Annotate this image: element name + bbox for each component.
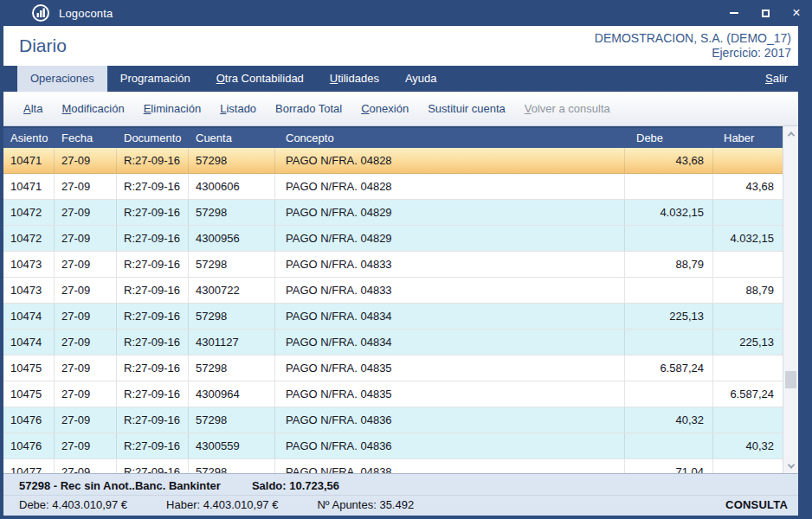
- mode-indicator: CONSULTA: [725, 498, 788, 511]
- exercise-label: Ejercicio: 2017: [712, 46, 791, 60]
- tab-otra-contabilidad[interactable]: Otra Contabilidad: [203, 66, 317, 92]
- tab-utilidades[interactable]: Utilidades: [317, 66, 392, 92]
- cell-debe: [625, 433, 713, 458]
- menu-salir[interactable]: Salir: [765, 66, 798, 92]
- page-title: Diario: [19, 35, 67, 56]
- cell-cuenta: 4300956: [189, 226, 275, 251]
- column-header-haber: Haber: [713, 128, 783, 148]
- table-row[interactable]: 1047527-09R:27-09-164300964PAGO N/FRA. 0…: [3, 381, 783, 407]
- cell-fecha: 27-09: [55, 304, 117, 329]
- minimize-icon[interactable]: [719, 0, 750, 26]
- cell-haber: [713, 459, 783, 473]
- close-icon[interactable]: ×: [781, 0, 812, 26]
- cell-cuenta: 4300559: [189, 433, 275, 458]
- total-haber: Haber: 4.403.010,97 €: [166, 498, 278, 511]
- cell-concepto: PAGO N/FRA. 04829: [275, 200, 625, 225]
- main-panel: Diario DEMOSTRACION, S.A. (DEMO_17) Ejer…: [3, 26, 798, 516]
- cell-documento: R:27-09-16: [117, 174, 189, 199]
- cell-debe: 43,68: [625, 148, 713, 173]
- cell-haber: [713, 200, 783, 225]
- table-row[interactable]: 1047627-09R:27-09-164300559PAGO N/FRA. 0…: [3, 433, 783, 459]
- cell-asiento: 10476: [3, 407, 55, 432]
- cell-concepto: PAGO N/FRA. 04838: [275, 459, 625, 473]
- cell-fecha: 27-09: [55, 433, 117, 458]
- scrollbar-thumb[interactable]: [785, 371, 796, 388]
- table-row[interactable]: 1047327-09R:27-09-164300722PAGO N/FRA. 0…: [3, 278, 783, 304]
- cell-asiento: 10472: [3, 200, 55, 225]
- cell-fecha: 27-09: [55, 174, 117, 199]
- column-header-asiento: Asiento: [3, 128, 55, 148]
- toolbar-item-sustituir-cuenta[interactable]: Sustituir cuenta: [418, 102, 515, 115]
- cell-documento: R:27-09-16: [117, 304, 189, 329]
- company-info: DEMOSTRACION, S.A. (DEMO_17) Ejercicio: …: [595, 31, 791, 61]
- total-debe: Debe: 4.403.010,97 €: [19, 498, 127, 511]
- column-header-debe: Debe: [625, 128, 713, 148]
- apuntes-count: Nº Apuntes: 35.492: [317, 498, 414, 511]
- cell-asiento: 10473: [3, 278, 55, 303]
- table-row[interactable]: 1047527-09R:27-09-1657298PAGO N/FRA. 048…: [3, 356, 783, 381]
- cell-asiento: 10477: [3, 459, 55, 473]
- cell-debe: [625, 381, 713, 407]
- account-saldo: Saldo: 10.723,56: [252, 479, 339, 492]
- toolbar-item-conexion[interactable]: Conexión: [351, 102, 418, 115]
- table-row[interactable]: 1047327-09R:27-09-1657298PAGO N/FRA. 048…: [3, 252, 783, 278]
- cell-asiento: 10474: [3, 330, 55, 355]
- cell-debe: 225,13: [625, 304, 713, 329]
- column-header-cuenta: Cuenta: [189, 128, 275, 148]
- cell-cuenta: 4300606: [189, 174, 275, 199]
- cell-debe: [625, 330, 713, 355]
- cell-documento: R:27-09-16: [117, 356, 189, 381]
- cell-documento: R:27-09-16: [117, 252, 189, 277]
- bar-chart-logo-icon: [31, 3, 50, 22]
- cell-cuenta: 57298: [189, 356, 275, 381]
- cell-asiento: 10473: [3, 252, 55, 277]
- tab-programacion[interactable]: Programación: [107, 66, 203, 92]
- cell-cuenta: 57298: [189, 304, 275, 329]
- cell-asiento: 10476: [3, 433, 55, 458]
- cell-haber: 6.587,24: [713, 381, 783, 407]
- tab-ayuda[interactable]: Ayuda: [392, 66, 450, 92]
- vertical-scrollbar[interactable]: [783, 126, 798, 473]
- table-row[interactable]: 1047427-09R:27-09-164301127PAGO N/FRA. 0…: [3, 330, 783, 356]
- journal-table: AsientoFechaDocumentoCuentaConceptoDebeH…: [3, 126, 798, 473]
- cell-documento: R:27-09-16: [117, 278, 189, 303]
- scroll-down-icon[interactable]: [783, 458, 798, 473]
- cell-haber: 225,13: [713, 330, 783, 355]
- table-body: 1047127-09R:27-09-1657298PAGO N/FRA. 048…: [3, 148, 783, 473]
- maximize-icon[interactable]: [750, 0, 781, 26]
- cell-debe: 88,79: [625, 252, 713, 277]
- table-row[interactable]: 1047127-09R:27-09-1657298PAGO N/FRA. 048…: [3, 148, 783, 174]
- cell-concepto: PAGO N/FRA. 04836: [275, 407, 625, 432]
- cell-asiento: 10475: [3, 356, 55, 381]
- toolbar-item-borrado-total[interactable]: Borrado Total: [266, 102, 351, 115]
- toolbar-item-volver-a-consulta[interactable]: Volver a consulta: [515, 102, 620, 115]
- table-row[interactable]: 1047227-09R:27-09-164300956PAGO N/FRA. 0…: [3, 226, 783, 252]
- toolbar-item-listado[interactable]: Listado: [210, 102, 266, 115]
- cell-fecha: 27-09: [55, 200, 117, 225]
- table-row[interactable]: 1047427-09R:27-09-1657298PAGO N/FRA. 048…: [3, 304, 783, 330]
- column-header-concepto: Concepto: [275, 128, 625, 148]
- tab-operaciones[interactable]: Operaciones: [17, 66, 107, 92]
- app-title: Logoconta: [59, 7, 113, 20]
- table-row[interactable]: 1047227-09R:27-09-1657298PAGO N/FRA. 048…: [3, 200, 783, 226]
- cell-debe: [625, 278, 713, 303]
- scroll-up-icon[interactable]: [783, 126, 798, 141]
- cell-documento: R:27-09-16: [117, 433, 189, 458]
- cell-cuenta: 57298: [189, 148, 275, 173]
- table-row[interactable]: 1047627-09R:27-09-1657298PAGO N/FRA. 048…: [3, 407, 783, 433]
- toolbar-item-alta[interactable]: Alta: [14, 102, 52, 115]
- cell-haber: [713, 252, 783, 277]
- cell-debe: 71,04: [625, 459, 713, 473]
- cell-concepto: PAGO N/FRA. 04834: [275, 330, 625, 355]
- table-row[interactable]: 1047727-09R:27-09-1657298PAGO N/FRA. 048…: [3, 459, 783, 473]
- cell-haber: 43,68: [713, 174, 783, 199]
- table-row[interactable]: 1047127-09R:27-09-164300606PAGO N/FRA. 0…: [3, 174, 783, 200]
- cell-concepto: PAGO N/FRA. 04833: [275, 278, 625, 303]
- cell-cuenta: 4300964: [189, 381, 275, 407]
- toolbar-item-modificacion[interactable]: Modificación: [52, 102, 133, 115]
- cell-cuenta: 4301127: [189, 330, 275, 355]
- window-controls: ×: [719, 0, 812, 26]
- menu-tabs: OperacionesProgramaciónOtra Contabilidad…: [17, 66, 450, 92]
- cell-fecha: 27-09: [55, 226, 117, 251]
- toolbar-item-eliminacion[interactable]: Eliminación: [134, 102, 210, 115]
